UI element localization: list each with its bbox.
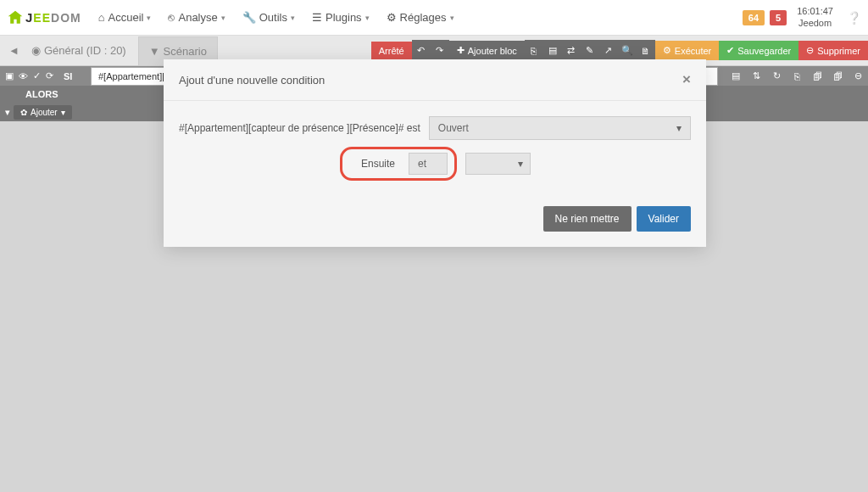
back-button[interactable]: ◄ (8, 44, 19, 57)
condition-expression: #[Appartement][capteur de présence ][Pré… (179, 122, 420, 134)
modal-title: Ajout d'une nouvelle condition (179, 74, 325, 87)
execute-button[interactable]: ⚙Exécuter (655, 41, 719, 60)
activity-icon: ⎋ (168, 11, 175, 24)
action-icon[interactable]: ▤ (726, 66, 746, 86)
nav-plugins[interactable]: ☰Plugins▾ (303, 11, 378, 24)
copy-icon[interactable]: ⎘ (525, 40, 543, 61)
cog-icon: ⚙ (663, 45, 671, 56)
add-condition-modal: Ajout d'une nouvelle condition × #[Appar… (164, 59, 706, 247)
home-icon: ⌂ (98, 11, 105, 24)
gear-icon: ✿ (20, 108, 27, 117)
operator-select[interactable]: ▾ (465, 153, 531, 175)
nav-analyse[interactable]: ⎋Analyse▾ (159, 11, 233, 24)
add-block-button[interactable]: ✚Ajouter bloc (449, 41, 525, 60)
save-button[interactable]: ✔Sauvegarder (719, 41, 798, 60)
dashboard-icon: ◉ (31, 44, 41, 57)
alors-label: ALORS (25, 89, 58, 99)
redo-icon[interactable]: ↷ (431, 40, 449, 61)
exchange-icon[interactable]: ⇄ (562, 40, 581, 61)
row-handles: ▣ 👁 ✓ ⟳ (0, 70, 58, 81)
chevron-down-icon: ▾ (518, 158, 523, 170)
collapse-icon[interactable]: ▣ (5, 70, 14, 81)
modal-footer: Ne rien mettre Valider (164, 196, 706, 247)
ensuite-row: Ensuite et ▾ (179, 147, 691, 181)
template-icon[interactable]: ▤ (543, 40, 562, 61)
refresh-icon[interactable]: ⟳ (46, 70, 53, 81)
condition-row: #[Appartement][capteur de présence ][Pré… (179, 116, 691, 140)
logo[interactable]: JEEDOM (7, 9, 81, 26)
filter-icon: ▼ (149, 45, 160, 58)
clock-label: Jeedom (797, 18, 833, 29)
search-icon[interactable]: 🔍 (618, 40, 637, 61)
row-actions: ▤ ⇅ ↻ ⎘ 🗐 🗐 ⊖ (726, 66, 868, 86)
gear-icon: ⚙ (387, 11, 397, 24)
action-icon[interactable]: 🗐 (827, 66, 848, 86)
export-icon[interactable]: ↗ (599, 40, 618, 61)
plus-icon: ✚ (457, 45, 465, 56)
nav-menu: ⌂Accueil▾ ⎋Analyse▾ 🔧Outils▾ ☰Plugins▾ ⚙… (90, 11, 743, 24)
action-icon[interactable]: ⎘ (787, 66, 807, 86)
edit-icon[interactable]: ✎ (581, 40, 599, 61)
toolbar-right: Arrêté ↶ ↷ ✚Ajouter bloc ⎘ ▤ ⇄ ✎ ↗ 🔍 🗎 ⚙… (371, 40, 868, 61)
general-tab[interactable]: ◉Général (ID : 20) (31, 44, 126, 57)
delete-button[interactable]: ⊖Supprimer (798, 41, 868, 60)
operator-select-highlighted[interactable]: et (409, 153, 448, 175)
undo-icon[interactable]: ↶ (412, 40, 431, 61)
wrench-icon: 🔧 (242, 11, 256, 24)
cancel-button[interactable]: Ne rien mettre (543, 206, 632, 232)
main-navbar: JEEDOM ⌂Accueil▾ ⎋Analyse▾ 🔧Outils▾ ☰Plu… (0, 0, 868, 36)
clock-time: 16:01:47 (797, 6, 833, 17)
help-icon[interactable]: ❔ (847, 11, 861, 25)
add-action-dropdown[interactable]: ✿Ajouter▾ (14, 105, 72, 120)
chevron-down-icon: ▾ (676, 122, 682, 134)
ensuite-label: Ensuite (349, 158, 400, 170)
nav-reglages[interactable]: ⚙Réglages▾ (378, 11, 463, 24)
value-select[interactable]: Ouvert ▾ (429, 116, 691, 140)
list-icon: ☰ (312, 11, 322, 24)
state-badge[interactable]: Arrêté (371, 42, 412, 60)
close-icon[interactable]: ⊖ (848, 66, 868, 86)
caret-icon: ▾ (291, 14, 295, 22)
si-label: SI (64, 71, 91, 81)
confirm-button[interactable]: Valider (637, 206, 691, 232)
caret-icon: ▾ (147, 14, 151, 22)
close-icon[interactable]: × (682, 71, 691, 88)
action-icon[interactable]: ↻ (766, 66, 787, 86)
nav-accueil[interactable]: ⌂Accueil▾ (90, 11, 160, 24)
badge-warning[interactable]: 64 (743, 10, 765, 25)
highlight-annotation: Ensuite et (340, 147, 457, 181)
caret-icon: ▾ (365, 14, 370, 22)
modal-header: Ajout d'une nouvelle condition × (164, 59, 706, 101)
nav-outils[interactable]: 🔧Outils▾ (234, 11, 303, 24)
eye-icon[interactable]: 👁 (19, 71, 28, 81)
badge-error[interactable]: 5 (770, 10, 787, 25)
caret-icon: ▾ (61, 108, 65, 117)
logo-icon (7, 9, 24, 26)
modal-body: #[Appartement][capteur de présence ][Pré… (164, 101, 706, 196)
caret-icon[interactable]: ▾ (5, 107, 10, 118)
check-icon: ✔ (726, 45, 734, 56)
clock: 16:01:47 Jeedom (797, 6, 833, 28)
log-icon[interactable]: 🗎 (637, 40, 655, 61)
action-icon[interactable]: 🗐 (807, 66, 827, 86)
logo-text: JEEDOM (25, 10, 81, 25)
caret-icon: ▾ (221, 14, 225, 22)
caret-icon: ▾ (450, 14, 454, 22)
check-icon[interactable]: ✓ (33, 70, 41, 81)
nav-right: 64 5 16:01:47 Jeedom ❔ (743, 6, 861, 28)
action-icon[interactable]: ⇅ (746, 66, 766, 86)
minus-icon: ⊖ (806, 45, 814, 56)
